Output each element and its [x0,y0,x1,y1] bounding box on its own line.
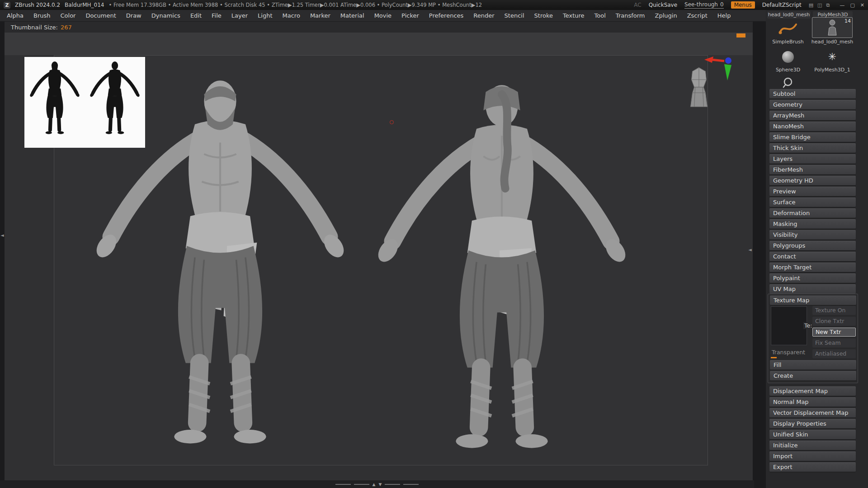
menu-item-marker[interactable]: Marker [305,12,335,19]
left-divider-arrow[interactable]: ◄ [0,233,4,238]
section-contact[interactable]: Contact [769,252,856,261]
tool-item-current[interactable]: 14 head_lod0_mesh [811,17,854,45]
menus-toggle-button[interactable]: Menus [731,1,755,9]
tool-item-polymesh3d-1[interactable]: ✳ PolyMesh3D_1 [811,48,854,73]
section-uv-map[interactable]: UV Map [769,284,856,294]
menu-item-edit[interactable]: Edit [185,12,207,19]
section-fibermesh[interactable]: FiberMesh [769,165,856,174]
section-subtool[interactable]: Subtool [769,89,856,99]
section-import[interactable]: Import [769,451,856,461]
ac-indicator: AC [634,2,641,8]
section-preview[interactable]: Preview [769,187,856,196]
document-name: BaldurMH_014 [65,2,104,8]
section-slime-bridge[interactable]: Slime Bridge [769,132,856,142]
tool-item-label: SimpleBrush [767,39,809,45]
section-deformation[interactable]: Deformation [769,208,856,218]
menu-item-movie[interactable]: Movie [369,12,396,19]
right-divider-arrow[interactable]: ◄ [748,247,752,252]
memory-stats: • Free Mem 17.398GB • Active Mem 3988 • … [108,2,482,8]
section-displacement-map[interactable]: Displacement Map [769,386,856,396]
layout-split-icon[interactable]: ◫ [817,2,822,8]
viewport-canvas[interactable]: ◄ [5,33,753,480]
tool-item-label: PolyMesh3D_1 [811,67,854,73]
section-visibility[interactable]: Visibility [769,230,856,239]
close-button[interactable]: ✕ [860,2,864,8]
section-vector-displacement-map[interactable]: Vector Displacement Map [769,408,856,418]
tool-palette: head_lod0_mesh PolyMesh3D SimpleBrush 14… [766,10,868,488]
default-zscript-button[interactable]: DefaultZScript [762,2,802,8]
menu-item-render[interactable]: Render [468,12,499,19]
menu-item-texture[interactable]: Texture [558,12,590,19]
tool-item-sphere3d[interactable]: Sphere3D [767,48,809,73]
create-button[interactable]: Create [770,371,856,380]
menu-item-file[interactable]: File [207,12,226,19]
section-geometry[interactable]: Geometry [769,100,856,109]
section-morph-target[interactable]: Morph Target [769,263,856,272]
menu-item-stencil[interactable]: Stencil [500,12,529,19]
section-polygroups[interactable]: Polygroups [769,241,856,250]
thumbnail-size-value[interactable]: 267 [61,24,72,31]
scroll-dash [403,484,419,485]
menu-item-alpha[interactable]: Alpha [2,12,28,19]
see-through-slider[interactable]: See-through 0 [684,1,724,9]
reference-silhouette-front [27,60,82,142]
axis-gizmo[interactable] [703,55,736,81]
texture-thumb-label: Te: [803,322,813,329]
scroll-down-icon[interactable]: ▼ [379,482,382,487]
menu-item-dynamics[interactable]: Dynamics [146,12,185,19]
fill-button[interactable]: Fill [770,360,856,370]
section-texture-map[interactable]: Texture Map [770,296,856,305]
subtool-count-badge: 14 [844,18,851,24]
layout-panel-icon[interactable]: ▤ [809,2,813,8]
layout-copy-icon[interactable]: ⧉ [826,2,830,8]
menu-item-layer[interactable]: Layer [226,12,253,19]
current-brush-label[interactable]: head_lod0_mesh [767,11,811,19]
menu-item-light[interactable]: Light [253,12,277,19]
menu-item-draw[interactable]: Draw [121,12,146,19]
section-display-properties[interactable]: Display Properties [769,419,856,428]
menu-item-stroke[interactable]: Stroke [529,12,558,19]
menu-item-document[interactable]: Document [80,12,121,19]
antialiased-button[interactable]: Antialiased [812,349,856,358]
menu-item-macro[interactable]: Macro [278,12,305,19]
titlebar: Z ZBrush 2024.0.2 BaldurMH_014 • Free Me… [0,0,868,10]
maximize-button[interactable]: ▢ [850,2,854,8]
menu-item-material[interactable]: Material [335,12,369,19]
canvas-top-strip [5,33,753,55]
section-normal-map[interactable]: Normal Map [769,397,856,407]
menu-item-color[interactable]: Color [55,12,80,19]
canvas-slider-handle[interactable] [736,33,745,38]
section-polypaint[interactable]: Polypaint [769,273,856,283]
new-txtr-button[interactable]: New Txtr [812,328,856,337]
menu-item-tool[interactable]: Tool [590,12,611,19]
fix-seam-button[interactable]: Fix Seam [812,338,856,347]
texture-thumbnail[interactable] [771,306,807,345]
texture-map-panel: Texture Map Te: Texture On Clone Txtr Ne… [768,294,858,383]
menu-item-brush[interactable]: Brush [28,12,56,19]
quicksave-button[interactable]: QuickSave [649,2,677,8]
menu-item-transform[interactable]: Transform [611,12,650,19]
texture-on-button[interactable]: Texture On [812,306,856,315]
section-arraymesh[interactable]: ArrayMesh [769,111,856,120]
menu-item-zscript[interactable]: Zscript [682,12,712,19]
sculpt-front-view[interactable] [82,71,358,480]
section-masking[interactable]: Masking [769,219,856,229]
menu-item-help[interactable]: Help [712,12,736,19]
scroll-up-icon[interactable]: ▲ [373,482,376,487]
tool-item-simplebrush[interactable]: SimpleBrush [767,20,809,45]
section-unified-skin[interactable]: Unified Skin [769,430,856,439]
section-export[interactable]: Export [769,462,856,472]
menu-item-zplugin[interactable]: Zplugin [650,12,682,19]
transparent-toggle[interactable]: Transparent [772,349,805,356]
section-layers[interactable]: Layers [769,154,856,164]
section-thick-skin[interactable]: Thick Skin [769,143,856,153]
section-surface[interactable]: Surface [769,197,856,207]
section-geometry-hd[interactable]: Geometry HD [769,176,856,185]
menu-item-preferences[interactable]: Preferences [424,12,468,19]
minimize-button[interactable]: — [840,2,844,8]
section-nanomesh[interactable]: NanoMesh [769,122,856,131]
sculpt-back-view[interactable] [364,76,640,480]
section-initialize[interactable]: Initialize [769,441,856,450]
clone-txtr-button[interactable]: Clone Txtr [812,317,856,326]
menu-item-picker[interactable]: Picker [396,12,424,19]
